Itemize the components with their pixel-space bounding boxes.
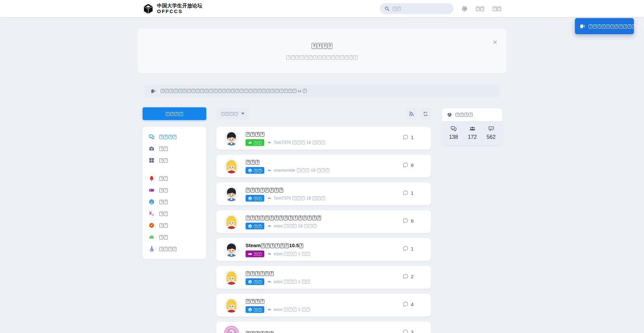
gamepad-icon: [149, 187, 155, 193]
sidebar-tag-x1[interactable]: ??: [143, 208, 206, 219]
comment-bubble-icon: [402, 273, 409, 279]
settings-button[interactable]: [462, 6, 468, 12]
comment-bubble-icon: [402, 134, 409, 140]
rss-icon: [409, 111, 414, 117]
last-reply-meta: xoox ??? 1 ??: [267, 252, 310, 256]
discussion-row[interactable]: Steam??????10.5? ?? xoox ??? 1 ??: [216, 238, 431, 261]
discussion-row[interactable]: ??? ?? onaniomide ??? 18 ???: [216, 155, 431, 177]
stats-title: ????: [455, 112, 473, 117]
refresh-button[interactable]: [420, 108, 431, 119]
stat-posts: 562: [482, 125, 500, 140]
microscope-icon: [149, 246, 155, 252]
discussion-row[interactable]: ???? ?? Tom7370 ??? 18 ???: [216, 127, 431, 150]
x1-icon: [149, 211, 155, 217]
sidebar-tag-explore[interactable]: ??: [143, 219, 206, 231]
hero-title: ????: [138, 42, 506, 49]
sidebar-item-tags[interactable]: ??: [143, 154, 206, 166]
sort-dropdown-label: ????: [221, 112, 238, 116]
comment-count[interactable]: 2: [402, 273, 414, 279]
reply-icon: [267, 308, 272, 312]
search-input[interactable]: ??: [380, 3, 453, 14]
welcome-hero: ???? ????????????????: [138, 29, 506, 73]
nav-link-login[interactable]: ??: [476, 6, 485, 11]
discussion-row[interactable]: ???? ?? xoox ??? 1 ??: [216, 294, 431, 317]
comment-bubble-icon: [402, 218, 409, 224]
discussion-list-column: ???? ????: [216, 107, 431, 333]
grin-face-icon: [149, 199, 155, 205]
hero-close-button[interactable]: [492, 39, 498, 46]
grin-face-icon: [248, 280, 252, 284]
tag-badge[interactable]: ??: [246, 195, 264, 202]
announcement-bar: ??????????????????????????????? ω ?: [145, 85, 499, 97]
tag-badge[interactable]: ??: [246, 306, 264, 313]
comments-icon: [149, 134, 155, 140]
discussion-row[interactable]: ???????? ?? Tom7370 ??? 18 ???: [216, 182, 431, 205]
pie-chart-icon: [447, 112, 452, 117]
comment-bubble-icon: [402, 329, 409, 333]
sidebar-item-all-discussions[interactable]: ????: [143, 131, 206, 143]
sidebar-item-following[interactable]: ??: [143, 143, 206, 154]
discussion-title[interactable]: ??????: [246, 270, 310, 276]
discussion-title[interactable]: ????: [246, 131, 325, 137]
comment-count[interactable]: 3: [402, 329, 414, 333]
last-reply-meta: Tom7370 ??? 18 ???: [267, 196, 326, 201]
avatar: [224, 298, 239, 313]
discussion-title[interactable]: Steam??????10.5?: [246, 242, 310, 248]
announcement-toast[interactable]: ???????????~ ?: [575, 18, 634, 34]
last-reply-meta: xoox ??? 1 ??: [267, 279, 310, 284]
tag-badge[interactable]: ??: [246, 278, 264, 285]
tag-badge[interactable]: ??: [246, 167, 264, 174]
reply-icon: [267, 224, 272, 228]
search-icon: [384, 6, 390, 11]
sidebar-tag-science[interactable]: ????: [143, 243, 206, 255]
comment-count[interactable]: 4: [402, 301, 414, 307]
right-sidebar: ???? 138 172 562: [442, 107, 502, 333]
reply-icon: [267, 141, 272, 145]
discussion-row[interactable]: ???????????????? ?? xoox ??? 18 ???: [216, 210, 431, 233]
reply-icon: [267, 252, 272, 256]
last-reply-meta: Tom7370 ??? 18 ???: [267, 140, 326, 145]
users-icon: [469, 125, 476, 132]
discussion-row[interactable]: ?????? ?? xoox ??? 1 ??: [216, 266, 431, 289]
discussion-title[interactable]: ????????: [246, 187, 325, 193]
toast-link[interactable]: ?: [642, 24, 644, 29]
sidebar-tag-games[interactable]: ??: [143, 184, 206, 196]
site-logo[interactable]: 中国大学生开放论坛 OFFCCS: [143, 3, 202, 14]
discussion-title[interactable]: ????: [246, 298, 310, 304]
nav-link-signup[interactable]: ??: [492, 6, 501, 11]
tag-badge[interactable]: ??: [246, 139, 264, 146]
discussion-title[interactable]: ???: [246, 159, 330, 165]
forum-page: 中国大学生开放论坛 OFFCCS ?? ?? ?? ???????????~ ?: [0, 0, 644, 333]
new-topic-button[interactable]: ????: [143, 107, 206, 120]
discussion-row[interactable]: ?????? 3: [216, 322, 431, 333]
grid-icon: [149, 157, 155, 163]
last-reply-meta: xoox ??? 1 ??: [267, 307, 310, 312]
comment-count[interactable]: 1: [402, 245, 414, 252]
megaphone-icon: [579, 23, 585, 29]
tag-badge[interactable]: ??: [246, 251, 264, 257]
discussion-title[interactable]: ????????????????: [246, 215, 321, 221]
top-navbar: 中国大学生开放论坛 OFFCCS ?? ?? ??: [0, 0, 644, 17]
comment-count[interactable]: 1: [402, 190, 414, 196]
sidebar-tag-announcements[interactable]: ??: [143, 172, 206, 184]
announcement-text: ??????????????????????????????? ω ?: [160, 89, 307, 93]
comment-count[interactable]: 8: [402, 162, 414, 168]
sort-dropdown[interactable]: ????: [216, 108, 249, 120]
tag-badge[interactable]: ??: [246, 223, 264, 229]
comment-dots-icon: [488, 125, 494, 132]
comment-count[interactable]: 6: [402, 218, 414, 224]
avatar: [224, 326, 239, 333]
comment-count[interactable]: 1: [402, 134, 414, 140]
stat-discussions: 138: [444, 125, 463, 140]
car-icon: [248, 141, 252, 145]
bell-icon: [149, 175, 155, 181]
comment-bubble-icon: [402, 190, 409, 196]
sidebar-tag-life[interactable]: ??: [143, 231, 206, 243]
discussion-title[interactable]: ??????: [246, 330, 274, 333]
avatar: [224, 214, 239, 229]
grin-face-icon: [248, 196, 252, 201]
rss-button[interactable]: [406, 108, 417, 119]
sidebar-tag-chat[interactable]: ??: [143, 196, 206, 208]
chevron-down-icon: [241, 113, 245, 115]
close-icon: [492, 39, 498, 45]
